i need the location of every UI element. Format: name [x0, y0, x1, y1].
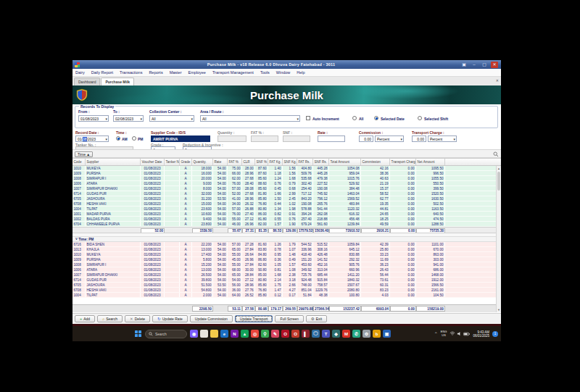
column-header[interactable]: Code	[72, 159, 86, 165]
notification-badge[interactable]: 1	[492, 331, 498, 337]
table-row[interactable]: 6705JASHOURA01/08/2023A51.50053.5056.002…	[72, 283, 496, 288]
table-row[interactable]: 1004TILPAT01/08/2023A23.60054.0057.0026.…	[72, 207, 496, 212]
maximize-button[interactable]: ▢	[481, 62, 488, 68]
gmail-icon[interactable]: M	[342, 330, 350, 338]
route-select[interactable]: All	[200, 115, 300, 122]
table-row[interactable]: 1008SIMRAPUR I01/08/2023A20.00054.0062.0…	[72, 176, 496, 181]
update-transport-button[interactable]: Update Transport	[235, 315, 273, 322]
column-header[interactable]: FAT Kg.	[268, 159, 283, 165]
close-button[interactable]: ✕	[491, 62, 498, 68]
column-header[interactable]: Quantity.	[192, 159, 213, 165]
whatsapp-icon[interactable]: ✆	[352, 330, 360, 338]
outlook-icon[interactable]: ▣	[383, 330, 391, 338]
transport-unit-select[interactable]: Percent	[428, 135, 457, 142]
volume-icon[interactable]	[457, 331, 462, 336]
record-date-input[interactable]: 01/08/2023	[75, 135, 109, 142]
table-row[interactable]: 6714GUDAS PUR01/08/2023A32.00054.0052.00…	[72, 191, 496, 196]
menu-dairy[interactable]: Dairy	[75, 70, 85, 75]
delete-button[interactable]: ✕Delete	[125, 315, 150, 322]
wifi-icon[interactable]	[450, 331, 455, 336]
menu-master[interactable]: Master	[170, 70, 182, 75]
menu-transactions[interactable]: Transactions	[120, 70, 142, 75]
column-header[interactable]: SNF %	[255, 159, 268, 165]
table-row[interactable]: 1007SIMRAPUR DHAKKI01/08/2023A8.00054.00…	[72, 186, 496, 191]
supplier-input[interactable]: AMRIT PURVA	[151, 135, 210, 142]
maps-icon[interactable]: ⚲	[261, 330, 269, 338]
table-row[interactable]: 1006ATARA01/08/2023A9.00054.0076.0028.40…	[72, 181, 496, 186]
collection-center-select[interactable]: All	[149, 115, 194, 122]
vertical-scrollbar[interactable]: ▲ ▼	[496, 166, 501, 312]
table-row[interactable]: 6708HESHA VAKI01/08/2023A54.80054.0036.0…	[72, 288, 496, 293]
column-header[interactable]: Supplier	[86, 159, 141, 165]
notes-icon[interactable]: ▌	[302, 330, 310, 338]
tab-dashboard[interactable]: Dashboard	[74, 78, 100, 86]
exit-button[interactable]: ⚙Exit	[306, 315, 327, 322]
snf-input[interactable]	[283, 135, 310, 142]
column-header[interactable]: Transport Charge	[390, 159, 416, 165]
scroll-down-icon[interactable]: ▼	[497, 307, 501, 312]
menu-employee[interactable]: Employee	[188, 70, 205, 75]
file-explorer-icon[interactable]	[210, 330, 218, 338]
column-header[interactable]: Commission	[361, 159, 390, 165]
taskbar-search-input[interactable]: Search	[145, 330, 187, 338]
table-row[interactable]: 6708HESHA VAKI01/08/2023A15.00054.0034.0…	[72, 201, 496, 207]
tab-close-icon[interactable]: ✕	[496, 78, 499, 83]
radio-am[interactable]	[116, 136, 120, 141]
section-totals-row[interactable]: 52.001539.5055.6727.3181.3586.53129.8617…	[72, 227, 496, 233]
battery-icon[interactable]	[463, 332, 470, 336]
add-button[interactable]: +Add	[75, 315, 95, 322]
remote-desktop-icon[interactable]: 🖵	[312, 330, 320, 338]
tray-chevron-icon[interactable]: ⌃	[434, 331, 438, 336]
search-button[interactable]: ⌕Search	[97, 315, 123, 322]
taskbar-clock[interactable]: 9:43 AM06/01/2025	[473, 330, 489, 338]
quantity-input[interactable]	[218, 135, 246, 142]
transport-charge-input[interactable]: 0.00	[412, 135, 426, 142]
to-date-input[interactable]: 02/08/2023	[113, 115, 144, 122]
full-screen-button[interactable]: Full Screen	[275, 315, 303, 322]
table-row[interactable]: 6704CHHAWEELE PURVA01/08/2023A23.80054.0…	[72, 222, 496, 227]
table-row[interactable]: 6714GUDAS PUR01/08/2023A39.80054.0054.00…	[72, 278, 496, 283]
radio-all[interactable]	[352, 116, 357, 120]
teams-icon[interactable]: T	[322, 330, 330, 338]
table-row[interactable]: 1007SIMRAPUR DHAKKI01/08/2023A26.50054.0…	[72, 272, 496, 278]
help-icon[interactable]: ▣	[460, 62, 468, 68]
rate-input[interactable]	[318, 135, 345, 142]
scroll-up-icon[interactable]: ▲	[497, 166, 501, 171]
table-row[interactable]: 1006ATARA01/08/2023A13.00054.0068.0030.0…	[72, 267, 496, 272]
table-row[interactable]: 1001MADAR PURVA01/08/2023A10.60054.0076.…	[72, 212, 496, 217]
menu-help[interactable]: Help	[297, 70, 304, 75]
paint-icon[interactable]: ✎	[271, 330, 279, 338]
start-button[interactable]	[135, 330, 142, 338]
table-row[interactable]: 1010MUKEYA01/08/2023A18.00054.0075.0028.…	[72, 166, 496, 171]
column-header[interactable]: Rate	[213, 159, 228, 165]
column-header[interactable]: Total Amount	[329, 159, 361, 165]
from-date-input[interactable]: 01/08/2023	[78, 115, 109, 122]
onenote-icon[interactable]: N	[231, 330, 239, 338]
update-commission-button[interactable]: Update Commission	[190, 315, 233, 322]
fat-input[interactable]	[251, 135, 278, 142]
table-row[interactable]: 6705JASHOURA01/08/2023A31.20053.5041.002…	[72, 196, 496, 201]
menu-reports[interactable]: Reports	[149, 70, 162, 75]
settings-icon[interactable]: ⚙	[362, 330, 370, 338]
radio-selected-date[interactable]	[374, 116, 378, 120]
grid-search-icon[interactable]	[493, 151, 499, 157]
column-header[interactable]: SNF Rs.	[313, 159, 329, 165]
column-header[interactable]: FAT Rs.	[297, 159, 313, 165]
column-header[interactable]: SNF Kg.	[283, 159, 297, 165]
column-header[interactable]: FAT %	[228, 159, 242, 165]
menu-transport-management[interactable]: Transport Management	[212, 70, 254, 75]
table-row[interactable]: 1004TILPAT01/08/2023A2.00054.0064.0026.5…	[72, 293, 496, 298]
column-header[interactable]: Voucher Date	[141, 159, 165, 165]
table-row[interactable]: 1002BALDAS PURA01/08/2023A9.40054.0055.0…	[72, 217, 496, 222]
drive-icon[interactable]: ▲	[241, 330, 249, 338]
table-row[interactable]: 1008SIMRAPUR I01/08/2023A15.20054.0055.0…	[72, 262, 496, 267]
anydesk-icon[interactable]: ◆	[332, 330, 340, 338]
commission-unit-select[interactable]: Percent	[375, 135, 404, 142]
column-header[interactable]: Tanker No	[165, 159, 180, 165]
file-manager-icon[interactable]	[200, 330, 208, 338]
chrome-icon[interactable]: ◎	[251, 330, 259, 338]
language-indicator[interactable]: ENGUS	[441, 330, 447, 337]
column-header[interactable]: Net Amount	[416, 159, 445, 165]
bing-icon[interactable]: b	[373, 330, 381, 338]
minimize-button[interactable]: –	[471, 62, 478, 68]
